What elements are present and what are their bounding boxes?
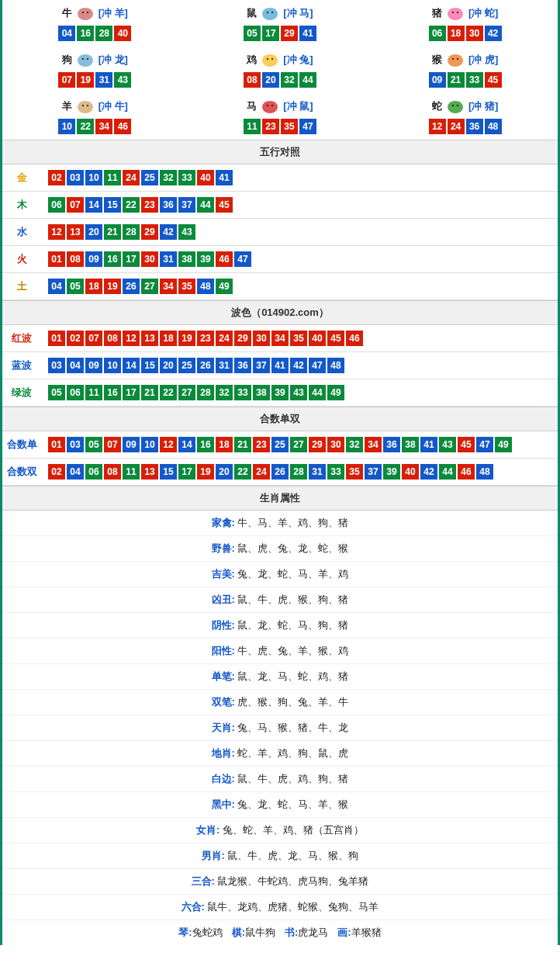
number-ball: 34 [95,119,112,134]
number-ball: 45 [216,197,233,213]
number-ball: 10 [141,437,158,452]
number-ball: 32 [216,385,233,400]
number-ball: 36 [234,358,251,373]
number-ball: 24 [123,170,140,185]
number-ball: 35 [281,119,298,134]
number-ball: 05 [67,279,84,294]
attr-row: 女肖: 兔、蛇、羊、鸡、猪（五宫肖） [2,818,558,843]
number-ball: 38 [253,385,270,400]
number-ball: 02 [67,331,84,346]
number-ball: 47 [309,358,326,373]
attr-value: 牛、马、羊、鸡、狗、猪 [237,517,348,528]
number-ball: 37 [253,358,270,373]
goat-icon [74,98,97,115]
number-ball: 07 [104,437,121,452]
number-ball: 09 [123,437,140,452]
zodiac-name: 狗 [62,53,72,67]
number-ball: 19 [197,464,214,480]
number-ball: 01 [48,251,65,267]
number-ball: 14 [85,197,102,213]
number-ball: 42 [160,224,177,240]
number-ball: 06 [67,385,84,400]
number-ball: 30 [253,331,270,346]
svg-point-33 [82,105,84,106]
svg-point-20 [262,54,278,67]
wuxing-row: 金02031011242532334041 [2,164,558,192]
zodiac-cell: 羊[冲 牛]10223446 [2,93,188,140]
attr-row: 家禽: 牛、马、羊、鸡、狗、猪 [2,511,558,536]
svg-point-16 [80,55,85,60]
rooster-icon [258,51,282,68]
attr-value: 鼠、牛、虎、猴、狗、猪 [237,594,348,605]
zodiac-name: 猴 [432,53,442,67]
number-ball: 17 [123,385,140,400]
attr-row: 六合: 鼠牛、龙鸡、虎猪、蛇猴、兔狗、马羊 [2,895,558,920]
svg-point-40 [448,101,463,113]
heshu-label: 合数双 [2,465,41,479]
number-ball: 33 [466,72,483,88]
qqsh-key: 琴: [178,926,192,938]
number-ball: 02 [48,464,65,480]
number-ball: 34 [271,331,289,346]
qqsh-key: 书: [285,926,298,938]
attr-label: 双笔: [212,696,235,708]
svg-point-0 [78,8,93,20]
number-ball: 25 [141,170,158,185]
attr-label: 阳性: [212,645,235,656]
wuxing-balls: 02031011242532334041 [41,169,558,186]
number-ball: 47 [234,251,251,267]
number-ball: 27 [141,279,158,294]
svg-point-3 [82,12,84,13]
bose-header: 波色（014902.com） [2,300,558,325]
number-ball: 38 [402,437,419,452]
bose-row: 绿波05061116172122272832333839434449 [2,379,558,407]
number-ball: 13 [67,224,84,240]
number-ball: 48 [327,358,344,373]
attr-value: 牛、虎、兔、羊、猴、鸡 [237,645,348,656]
qqsh-item: 画:羊猴猪 [337,926,381,940]
number-ball: 15 [141,358,158,373]
number-ball: 04 [58,26,75,41]
number-ball: 17 [178,464,195,480]
dog-icon [74,51,97,68]
attr-value: 鼠、牛、虎、鸡、狗、猪 [237,773,348,784]
svg-point-29 [457,58,458,60]
number-ball: 40 [114,26,131,41]
svg-point-5 [262,8,278,20]
rat-icon [258,5,282,22]
number-ball: 26 [271,464,289,480]
number-ball: 42 [420,464,437,480]
number-ball: 04 [67,358,84,373]
number-ball: 08 [244,72,261,88]
svg-point-14 [457,12,458,13]
number-ball: 41 [216,170,233,185]
attr-row: 阳性: 牛、虎、兔、羊、猴、鸡 [2,639,558,664]
attr-value: 鼠、牛、虎、龙、马、猴、狗 [227,850,358,861]
zodiac-cell: 马[冲 鼠]11233547 [188,93,373,140]
number-ball: 09 [429,72,446,88]
number-ball: 09 [85,358,102,373]
attr-label: 男肖: [202,850,225,861]
svg-point-10 [448,8,463,20]
number-ball: 04 [67,464,84,480]
number-ball: 24 [448,119,465,134]
number-ball: 12 [429,119,446,134]
number-ball: 01 [48,437,65,452]
svg-point-6 [264,9,269,13]
number-ball: 30 [327,437,344,452]
zodiac-conflict: [冲 猪] [468,99,498,113]
number-ball: 17 [123,251,140,267]
number-ball: 10 [85,170,102,185]
attr-value: 蛇、羊、鸡、狗、鼠、虎 [237,747,348,759]
number-ball: 45 [485,72,502,88]
svg-point-23 [267,58,268,60]
number-ball: 22 [160,385,177,400]
svg-point-4 [87,12,88,13]
attr-value: 鼠、虎、兔、龙、蛇、猴 [237,542,348,554]
heshu-label: 合数单 [2,438,41,452]
svg-point-35 [262,101,278,113]
bose-row: 红波0102070812131819232429303435404546 [2,325,558,352]
zodiac-conflict: [冲 牛] [99,99,128,113]
number-ball: 27 [290,437,307,452]
svg-point-38 [267,105,268,106]
